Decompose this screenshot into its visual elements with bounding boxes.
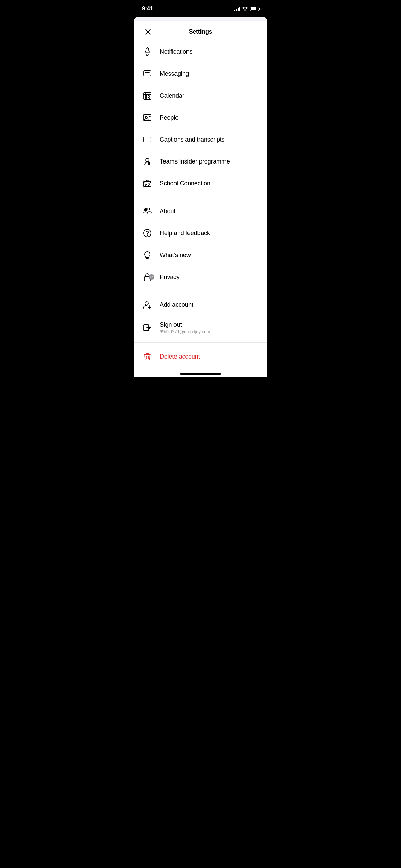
section-divider-1 [134, 197, 267, 197]
svg-point-25 [148, 208, 150, 210]
about-label: About [160, 208, 175, 215]
person-card-icon [142, 112, 153, 123]
settings-header: Settings [134, 21, 267, 41]
sign-out-icon [142, 322, 153, 333]
lightbulb-icon [142, 250, 153, 261]
svg-rect-10 [145, 96, 147, 97]
help-label: Help and feedback [160, 230, 210, 237]
help-item[interactable]: Help and feedback [134, 222, 267, 244]
close-button[interactable] [142, 26, 154, 38]
captions-label: Captions and transcripts [160, 136, 224, 143]
calendar-item[interactable]: Calendar [134, 85, 267, 107]
svg-point-26 [144, 229, 151, 237]
calendar-icon [142, 90, 153, 101]
privacy-badge: P [149, 274, 154, 280]
svg-point-27 [147, 235, 148, 236]
whats-new-label: What's new [160, 252, 191, 259]
school-label: School Connection [160, 180, 210, 187]
school-item[interactable]: School Connection [134, 172, 267, 194]
delete-account-item[interactable]: Delete account [134, 346, 267, 367]
calendar-label: Calendar [160, 92, 184, 99]
svg-rect-11 [148, 96, 149, 97]
add-person-icon [142, 299, 153, 310]
sign-out-content: Sign out 69d2d271@moodjoy.com [160, 321, 210, 334]
svg-point-15 [145, 116, 147, 118]
status-time: 9:41 [142, 5, 153, 12]
svg-text:CC: CC [145, 139, 149, 142]
school-icon [142, 178, 153, 189]
svg-point-20 [146, 158, 149, 162]
bell-icon [142, 46, 153, 57]
privacy-item[interactable]: P Privacy [134, 266, 267, 288]
messaging-item[interactable]: Messaging [134, 63, 267, 85]
insider-item[interactable]: Teams Insider programme [134, 150, 267, 172]
phone-frame: 9:41 Settings [134, 0, 267, 377]
whats-new-item[interactable]: What's new [134, 244, 267, 266]
section-divider-2 [134, 291, 267, 291]
svg-point-31 [145, 302, 148, 305]
status-icons [234, 6, 259, 11]
sheet-handle [134, 17, 267, 21]
home-indicator [134, 367, 267, 377]
captions-item[interactable]: CC Captions and transcripts [134, 129, 267, 150]
main-section: Notifications Messaging [134, 41, 267, 194]
insider-label: Teams Insider programme [160, 158, 230, 165]
svg-rect-13 [148, 98, 149, 99]
wifi-icon [242, 7, 248, 11]
about-item[interactable]: About [134, 200, 267, 222]
people-label: People [160, 114, 179, 121]
teams-icon [142, 206, 153, 217]
sign-out-email: 69d2d271@moodjoy.com [160, 329, 210, 334]
trash-icon [142, 351, 153, 362]
svg-point-24 [144, 208, 147, 211]
page-title: Settings [189, 28, 212, 35]
privacy-label: Privacy [160, 274, 180, 281]
settings-panel: Settings Notifications [134, 21, 267, 377]
people-item[interactable]: People [134, 107, 267, 129]
notifications-item[interactable]: Notifications [134, 41, 267, 63]
svg-rect-12 [145, 98, 147, 99]
add-account-item[interactable]: Add account [134, 294, 267, 316]
lock-icon-wrap: P [142, 272, 153, 282]
delete-account-label: Delete account [160, 353, 200, 360]
sign-out-item[interactable]: Sign out 69d2d271@moodjoy.com [134, 316, 267, 340]
svg-rect-3 [144, 71, 151, 76]
home-bar [180, 373, 221, 375]
account-section: Add account Sign out 69d2d271@moodjoy.co… [134, 294, 267, 340]
battery-icon [250, 7, 259, 11]
signal-icon [234, 6, 240, 11]
help-icon [142, 228, 153, 239]
notifications-label: Notifications [160, 48, 192, 56]
info-section: About Help and feedback [134, 200, 267, 288]
section-divider-3 [134, 342, 267, 343]
insider-icon [142, 156, 153, 167]
sign-out-label: Sign out [160, 321, 210, 328]
danger-section: Delete account [134, 346, 267, 367]
svg-rect-6 [144, 93, 151, 99]
messaging-label: Messaging [160, 70, 189, 77]
cc-icon: CC [142, 134, 153, 145]
add-account-label: Add account [160, 301, 193, 309]
message-icon [142, 68, 153, 79]
status-bar: 9:41 [134, 0, 267, 17]
